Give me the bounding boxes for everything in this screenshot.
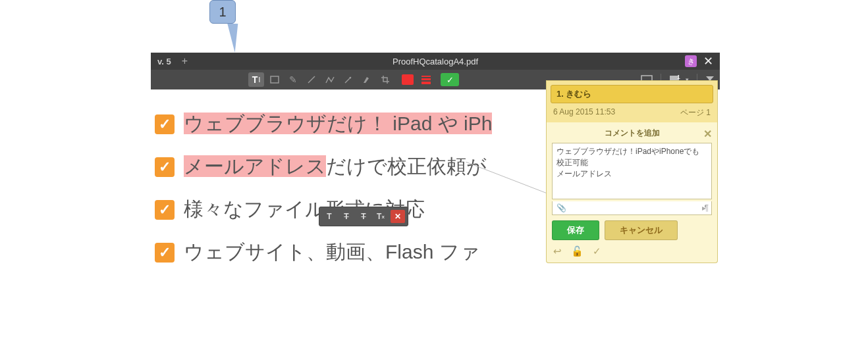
comment-header[interactable]: 1. きむら 6 Aug 2015 11:53 ページ 1 <box>546 80 718 122</box>
comment-author: 1. きむら <box>551 85 713 103</box>
version-label: v. 5 <box>151 57 178 66</box>
polyline-tool[interactable] <box>322 72 338 87</box>
pencil-tool[interactable]: ✎ <box>285 72 301 87</box>
crop-tool[interactable] <box>377 72 393 87</box>
text-tool[interactable]: TI <box>248 72 264 87</box>
titlebar: v. 5 + ProofHQcatalogA4.pdf き ✕ <box>151 53 720 70</box>
line-tool[interactable] <box>304 72 319 87</box>
reply-icon[interactable]: ↩ <box>553 245 562 257</box>
check-icon <box>155 243 175 263</box>
arrow-tool[interactable] <box>340 72 356 87</box>
document-title: ProofHQcatalogA4.pdf <box>393 57 478 66</box>
save-button[interactable]: 保存 <box>552 220 599 240</box>
comment-page: ページ 1 <box>680 107 711 118</box>
check-icon <box>155 200 175 220</box>
comment-timestamp: 6 Aug 2015 11:53 <box>553 107 615 118</box>
close-button[interactable]: ✕ <box>701 54 716 68</box>
svg-rect-0 <box>271 76 279 83</box>
line-weight[interactable] <box>418 72 434 87</box>
callout-tail <box>227 24 244 53</box>
cancel-button[interactable]: キャンセル <box>605 220 678 240</box>
pilcrow-icon[interactable]: ▸¶ <box>702 203 707 213</box>
add-comment-title: コメントを追加 <box>605 128 660 139</box>
add-tab-button[interactable]: + <box>178 55 192 67</box>
highlight-tool[interactable] <box>359 72 375 87</box>
highlighted-text[interactable]: ウェブブラウザだけ！ iPad や iPh <box>184 113 492 134</box>
attach-icon[interactable]: 📎 <box>556 203 566 213</box>
confirm-button[interactable]: ✓ <box>441 73 459 86</box>
text-markup-toolbar: T T T Tx ✕ <box>319 207 408 226</box>
app-window: v. 5 + ProofHQcatalogA4.pdf き ✕ TI ✎ ✓ <box>151 53 720 303</box>
unlock-icon[interactable]: 🔓 <box>571 245 583 257</box>
close-comment-icon[interactable]: ✕ <box>703 128 712 140</box>
resolve-icon[interactable]: ✓ <box>593 245 601 257</box>
mini-close[interactable]: ✕ <box>391 210 405 223</box>
svg-line-1 <box>308 76 315 83</box>
text-replace[interactable]: Tx <box>373 210 388 223</box>
user-badge[interactable]: き <box>685 55 697 67</box>
text-delete[interactable]: T <box>356 210 371 223</box>
rectangle-tool[interactable] <box>267 72 283 87</box>
color-picker[interactable] <box>400 72 416 87</box>
text-strikethrough[interactable]: T <box>339 210 354 223</box>
text-style-1[interactable]: T <box>322 210 337 223</box>
check-icon <box>155 114 175 134</box>
callout-badge: 1 <box>209 0 236 24</box>
highlighted-text[interactable]: メールアドレス <box>184 155 326 177</box>
comment-textarea[interactable] <box>552 143 712 199</box>
comment-body: コメントを追加 ✕ 📎 ▸¶ 保存 キャンセル ↩ 🔓 ✓ <box>546 122 718 263</box>
check-icon <box>155 157 175 177</box>
comments-panel: 1. きむら 6 Aug 2015 11:53 ページ 1 コメントを追加 ✕ … <box>546 80 718 263</box>
